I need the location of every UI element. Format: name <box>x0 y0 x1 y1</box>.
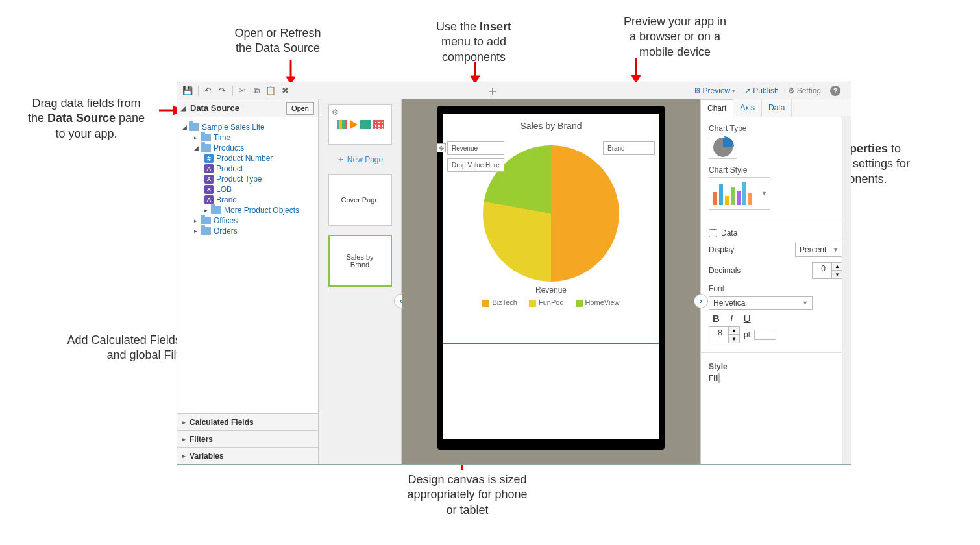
section-variables[interactable]: ▸Variables <box>177 447 318 464</box>
label-chart-style: Chart Style <box>709 165 843 175</box>
folder-icon <box>201 144 211 152</box>
attribute-field-icon: A <box>204 164 214 173</box>
font-style-buttons: B I U <box>709 310 843 326</box>
chart-style-selector[interactable]: ▼ <box>709 177 770 210</box>
data-checkbox[interactable] <box>709 229 717 237</box>
legend-item: HomeView <box>576 298 620 307</box>
attribute-field-icon: A <box>204 185 214 194</box>
display-dropdown[interactable]: Percent▼ <box>795 243 843 257</box>
folder-icon <box>201 217 211 224</box>
folder-icon <box>189 123 199 131</box>
properties-tabs: Chart Axis Data <box>701 99 851 117</box>
properties-panel: › Chart Axis Data Chart Type Chart Style <box>700 99 851 464</box>
legend-item: BizTech <box>482 298 517 307</box>
tree-node-time[interactable]: ▸Time <box>180 133 315 142</box>
pie-icon <box>713 138 733 157</box>
number-field-icon: # <box>204 154 214 163</box>
help-icon[interactable]: ? <box>830 86 840 96</box>
font-dropdown[interactable]: Helvetica▼ <box>709 296 813 310</box>
dropzone-brand[interactable]: Brand <box>603 141 655 155</box>
tree-node-brand[interactable]: ABrand <box>180 195 315 204</box>
delete-icon[interactable]: ✖ <box>278 84 291 97</box>
chevron-down-icon: ▼ <box>833 247 839 253</box>
table-icon <box>373 120 384 129</box>
font-color-swatch[interactable] <box>754 330 776 340</box>
pages-panel: ⚙ ＋New Page Cover Page Sales by Brand ‹ <box>319 99 402 464</box>
publish-button[interactable]: ↗Publish <box>744 86 778 95</box>
decimals-stepper[interactable]: 0 ▲▼ <box>812 262 843 279</box>
underline-button[interactable]: U <box>744 313 751 324</box>
tree-node-orders[interactable]: ▸Orders <box>180 226 315 236</box>
insert-icon[interactable]: ＋ <box>487 83 498 99</box>
chart-axis-label: Revenue <box>443 285 659 295</box>
tree-node-more-products[interactable]: ▸More Product Objects <box>180 206 315 215</box>
tab-data[interactable]: Data <box>762 99 792 117</box>
page-thumb-cover[interactable]: Cover Page <box>328 174 392 226</box>
bar-chart-icon <box>337 120 347 129</box>
bold-button[interactable]: B <box>713 313 720 324</box>
attribute-field-icon: A <box>204 195 214 204</box>
data-source-pane: ◢ Data Source Open ◢Sample Sales Lite ▸T… <box>177 99 319 464</box>
stepper-down-icon[interactable]: ▼ <box>728 335 740 343</box>
publish-icon: ↗ <box>744 86 751 95</box>
label-display: Display <box>709 245 734 254</box>
callout-preview: Preview your app in a browser or on a mo… <box>610 14 740 60</box>
paste-icon[interactable]: 📋 <box>264 84 277 97</box>
copy-icon[interactable]: ⧉ <box>250 84 263 97</box>
fill-color-swatch[interactable] <box>718 373 720 383</box>
tree-node-products[interactable]: ◢Products <box>180 143 315 152</box>
chart-legend: BizTech FunPod HomeView <box>443 298 659 307</box>
gear-icon: ⚙ <box>788 86 795 95</box>
new-page-button[interactable]: ＋New Page <box>337 154 383 165</box>
gear-icon: ⚙ <box>332 108 339 117</box>
save-icon[interactable]: 💾 <box>181 84 194 97</box>
italic-button[interactable]: I <box>730 313 733 324</box>
callout-refresh: Open or Refresh the Data Source <box>206 26 349 56</box>
component-gallery[interactable]: ⚙ <box>328 104 392 145</box>
dropzone-revenue[interactable]: Revenue <box>447 141 504 155</box>
folder-icon <box>201 227 211 235</box>
legend-item: FunPod <box>529 298 564 307</box>
label-fill: Fill <box>709 374 718 383</box>
label-pt: pt <box>744 330 750 339</box>
stepper-up-icon[interactable]: ▲ <box>728 326 740 335</box>
dropzone-drop-value[interactable]: Drop Value Here <box>447 158 504 172</box>
app-window: 💾 ↶ ↷ ✂ ⧉ 📋 ✖ ＋ 🖥Preview▾ ↗Publish ⚙Sett… <box>177 82 851 465</box>
device-screen[interactable]: ✥ Sales by Brand Revenue Drop Value Here… <box>443 114 659 439</box>
page-thumb-sales-brand[interactable]: Sales by Brand <box>328 235 392 287</box>
gauge-icon <box>350 120 358 129</box>
font-size-stepper[interactable]: 8 ▲▼ <box>709 326 740 343</box>
tree-node-root[interactable]: ◢Sample Sales Lite <box>180 123 315 132</box>
collapse-right-icon[interactable]: › <box>694 294 708 308</box>
attribute-field-icon: A <box>204 175 214 184</box>
undo-icon[interactable]: ↶ <box>201 84 214 97</box>
section-filters[interactable]: ▸Filters <box>177 430 318 447</box>
tree-node-lob[interactable]: ALOB <box>180 185 315 194</box>
chart-component[interactable]: Sales by Brand Revenue Drop Value Here B… <box>443 114 659 344</box>
folder-icon <box>201 134 211 141</box>
open-button[interactable]: Open <box>286 102 314 115</box>
chevron-down-icon: ▼ <box>761 190 767 197</box>
callout-insert: Use the Insert menu to add components <box>409 19 539 65</box>
chart-type-selector[interactable] <box>709 136 737 159</box>
cut-icon[interactable]: ✂ <box>236 84 249 97</box>
chart-style-thumb <box>712 180 757 206</box>
tree-node-product-type[interactable]: AProduct Type <box>180 175 315 184</box>
tab-chart[interactable]: Chart <box>701 99 733 117</box>
tree-node-product[interactable]: AProduct <box>180 164 315 173</box>
tree-node-offices[interactable]: ▸Offices <box>180 216 315 225</box>
redo-icon[interactable]: ↷ <box>215 84 228 97</box>
data-source-tree: ◢Sample Sales Lite ▸Time ◢Products #Prod… <box>177 117 318 413</box>
preview-icon: 🖥 <box>693 86 701 95</box>
plus-icon: ＋ <box>337 154 345 165</box>
setting-button[interactable]: ⚙Setting <box>788 86 821 95</box>
data-source-header: ◢ Data Source Open <box>177 99 318 117</box>
section-calculated-fields[interactable]: ▸Calculated Fields <box>177 413 318 430</box>
label-style: Style <box>709 362 843 371</box>
label-data: Data <box>721 228 737 237</box>
tab-axis[interactable]: Axis <box>733 99 762 117</box>
tree-node-product-number[interactable]: #Product Number <box>180 154 315 163</box>
chevron-down-icon: ▼ <box>802 300 808 306</box>
scrollbar[interactable] <box>842 116 851 464</box>
preview-button[interactable]: 🖥Preview▾ <box>693 86 736 95</box>
